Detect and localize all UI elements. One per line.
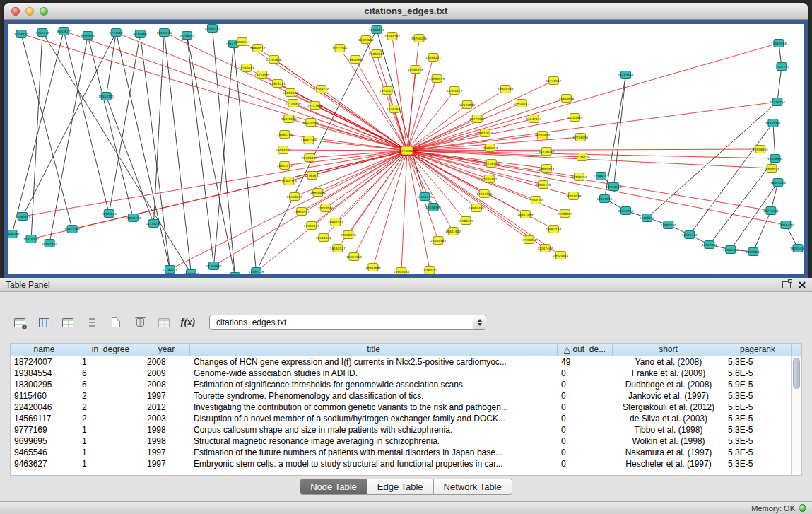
graph-node[interactable]: 10208163: [180, 32, 195, 40]
graph-node[interactable]: 18301073: [277, 162, 293, 170]
graph-node[interactable]: 15958954: [753, 146, 768, 153]
graph-node[interactable]: 22763110: [314, 86, 329, 93]
window-titlebar[interactable]: citations_edges.txt: [4, 3, 808, 20]
graph-node[interactable]: 16983669: [358, 36, 374, 44]
table-row[interactable]: 911546021997Tourette syndrome. Phenomeno…: [11, 390, 801, 402]
graph-node[interactable]: 19094083: [276, 146, 291, 154]
hub-node[interactable]: 17240007: [399, 146, 415, 156]
column-header[interactable]: name: [11, 344, 78, 356]
table-row[interactable]: 1938455462009Genome-wide association stu…: [11, 368, 801, 379]
graph-node[interactable]: 9465546: [36, 29, 49, 37]
graph-node[interactable]: 20677014: [477, 129, 493, 137]
row-height-button[interactable]: [82, 314, 102, 332]
graph-node[interactable]: 10913764: [64, 226, 80, 233]
graph-node[interactable]: 17594395: [521, 236, 536, 244]
graph-node[interactable]: 19151715: [417, 193, 433, 201]
graph-node[interactable]: 19586765: [458, 217, 473, 225]
graph-node[interactable]: 12586151: [594, 173, 609, 180]
graph-node[interactable]: 18937294: [301, 136, 317, 144]
column-header[interactable]: △ out_de...: [558, 344, 613, 356]
graph-node[interactable]: 17554300: [528, 197, 543, 204]
float-panel-icon[interactable]: [782, 281, 791, 288]
graph-node[interactable]: 13129861: [746, 248, 761, 256]
graph-node[interactable]: 19088739: [277, 131, 293, 139]
tab-edge-table[interactable]: Edge Table: [367, 479, 434, 494]
table-row[interactable]: 1872400712008Changes of HCN gene express…: [11, 356, 801, 368]
graph-node[interactable]: 17716091: [572, 134, 588, 141]
graph-node[interactable]: 12945450: [723, 246, 739, 254]
graph-node[interactable]: 16162631: [387, 105, 402, 113]
merge-table-button[interactable]: [154, 314, 174, 332]
graph-node[interactable]: 20485365: [430, 237, 446, 245]
graph-node[interactable]: 11058474: [125, 214, 141, 222]
table-row[interactable]: 1456911722003Disruption of a novel membe…: [11, 413, 801, 424]
graph-node[interactable]: 19078236: [281, 115, 297, 123]
vertical-scrollbar[interactable]: [791, 356, 801, 475]
graph-node[interactable]: 16481442: [445, 228, 461, 235]
graph-node[interactable]: 17210530: [763, 207, 779, 215]
column-header[interactable]: short: [613, 344, 724, 356]
graph-node[interactable]: 16643944: [369, 26, 384, 34]
close-window-button[interactable]: [11, 7, 20, 16]
import-table-button[interactable]: [58, 314, 78, 332]
function-builder-button[interactable]: f(x): [178, 314, 198, 332]
graph-node[interactable]: 22365631: [305, 172, 320, 180]
graph-node[interactable]: 22205152: [481, 175, 497, 183]
graph-node[interactable]: 20708005: [557, 210, 572, 218]
graph-node[interactable]: 22261808: [266, 56, 282, 64]
tab-node-table[interactable]: Node Table: [300, 479, 367, 494]
graph-node[interactable]: 12668351: [640, 214, 655, 222]
table-row[interactable]: 946554611997Estimation of the future num…: [11, 447, 801, 458]
graph-node[interactable]: 16028226: [770, 179, 786, 187]
graph-node[interactable]: 17216103: [778, 221, 794, 229]
graph-node[interactable]: 18584287: [384, 33, 400, 40]
graph-node[interactable]: 21247447: [537, 245, 553, 252]
graph-node[interactable]: 15527710: [774, 63, 789, 71]
graph-node[interactable]: 17754349: [286, 100, 301, 107]
graph-node[interactable]: 11381110: [228, 273, 243, 274]
graph-node[interactable]: 20558370: [341, 231, 356, 239]
graph-node[interactable]: 19165527: [330, 245, 346, 252]
graph-node[interactable]: 15958954: [767, 155, 783, 163]
delete-table-button[interactable]: [130, 314, 150, 332]
network-svg[interactable]: 9253970946554694636279699695977716991154…: [8, 24, 804, 274]
zoom-window-button[interactable]: [40, 7, 48, 16]
graph-node[interactable]: 9253970: [14, 30, 28, 38]
graph-node[interactable]: 12610651: [597, 195, 613, 203]
graph-node[interactable]: 9699695: [81, 32, 95, 40]
graph-node[interactable]: 9463627: [57, 28, 71, 35]
graph-node[interactable]: 10553701: [98, 93, 114, 100]
graph-node[interactable]: 19924614: [553, 252, 568, 259]
graph-node[interactable]: 19924447: [294, 208, 310, 216]
graph-node[interactable]: 18331291: [765, 119, 781, 127]
graph-node[interactable]: 21936919: [429, 75, 445, 83]
graph-node[interactable]: 20650961: [348, 56, 363, 64]
graph-node[interactable]: 21122065: [332, 45, 348, 52]
graph-node[interactable]: 16959974: [764, 165, 779, 173]
graph-node[interactable]: 18544651: [316, 234, 331, 242]
column-header[interactable]: year: [143, 344, 190, 356]
table-row[interactable]: 977716911998Corpus callosum shape and si…: [11, 424, 801, 436]
graph-node[interactable]: 19344873: [447, 87, 462, 95]
graph-node[interactable]: 14850956: [558, 95, 574, 103]
graph-node[interactable]: 9777169: [110, 29, 123, 37]
graph-node[interactable]: 16487394: [618, 71, 634, 79]
graph-node[interactable]: 20708005: [302, 154, 317, 162]
graph-node[interactable]: 10696567: [8, 230, 20, 238]
graph-node[interactable]: 19860012: [250, 45, 266, 52]
graph-node[interactable]: 18780302: [422, 267, 437, 274]
column-chooser-button[interactable]: [34, 314, 54, 332]
graph-node[interactable]: 15510168: [771, 40, 787, 47]
graph-node[interactable]: 16103918: [346, 253, 362, 261]
graph-node[interactable]: 21647194: [526, 115, 541, 123]
graph-node[interactable]: 17605558: [394, 268, 409, 274]
graph-node[interactable]: 11304830: [206, 262, 222, 270]
graph-node[interactable]: 18004299: [498, 86, 513, 93]
graph-node[interactable]: 18276754: [770, 98, 785, 106]
graph-node[interactable]: 10366737: [205, 25, 220, 33]
table-row[interactable]: 969969511998Structural magnetic resonanc…: [11, 436, 801, 447]
graph-node[interactable]: 20598273: [287, 193, 302, 201]
close-panel-icon[interactable]: [798, 281, 806, 289]
minimize-window-button[interactable]: [25, 7, 34, 16]
graph-node[interactable]: 20018039: [565, 192, 581, 200]
